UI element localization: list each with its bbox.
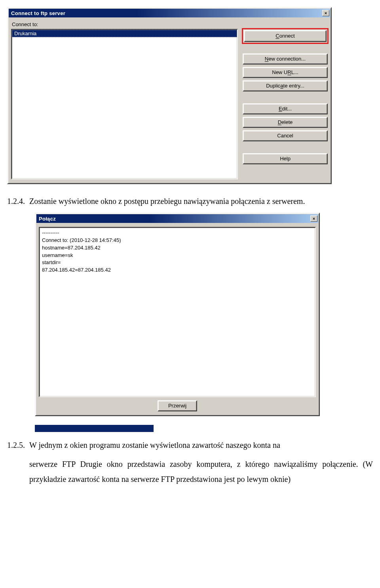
cancel-button[interactable]: Cancel	[243, 130, 328, 141]
duplicate-entry-button[interactable]: Duplicate entry...	[243, 80, 328, 91]
server-list[interactable]: Drukarnia	[11, 29, 238, 179]
ftp-connect-dialog: Connect to ftp server × Connect to: Druk…	[7, 7, 332, 184]
step-number: 1.2.4.	[7, 194, 29, 209]
decorative-bar	[35, 425, 154, 432]
paragraph-1: 1.2.4.Zostanie wyświetlone okno z postęp…	[7, 194, 373, 209]
paragraph-2: 1.2.5.W jednym z okien programu zostanie…	[7, 438, 373, 453]
server-list-item[interactable]: Drukarnia	[12, 30, 237, 37]
step-text-line1: W jednym z okien programu zostanie wyświ…	[29, 441, 280, 449]
abort-button[interactable]: Przerwij	[158, 400, 197, 411]
connect-button[interactable]: Connect	[244, 30, 327, 42]
close-icon[interactable]: ×	[322, 10, 329, 16]
dialog-title: Connect to ftp server	[11, 10, 65, 16]
delete-button[interactable]: Delete	[243, 117, 328, 128]
step-number: 1.2.5.	[7, 438, 29, 453]
paragraph-2-cont: serwerze FTP Drugie okno przedstawia zas…	[7, 457, 373, 487]
step-text-line2: serwerze FTP Drugie okno przedstawia zas…	[29, 460, 373, 483]
connect-progress-dialog: Połącz × ---------- Connect to: (2010-12…	[35, 213, 320, 416]
new-connection-button[interactable]: New connection...	[243, 53, 328, 65]
dialog-title: Połącz	[39, 216, 56, 222]
edit-button[interactable]: Edit...	[243, 103, 328, 114]
connect-to-label: Connect to:	[12, 21, 328, 27]
help-button[interactable]: Help	[243, 153, 328, 164]
close-icon[interactable]: ×	[310, 215, 317, 222]
connection-log[interactable]: ---------- Connect to: (2010-12-28 14:57…	[39, 227, 316, 397]
titlebar: Connect to ftp server ×	[9, 9, 330, 17]
step-text: Zostanie wyświetlone okno z postępu prze…	[29, 197, 305, 206]
titlebar: Połącz ×	[36, 214, 318, 223]
connect-button-highlight: Connect	[242, 28, 329, 44]
new-url-button[interactable]: New URL...	[243, 67, 328, 78]
